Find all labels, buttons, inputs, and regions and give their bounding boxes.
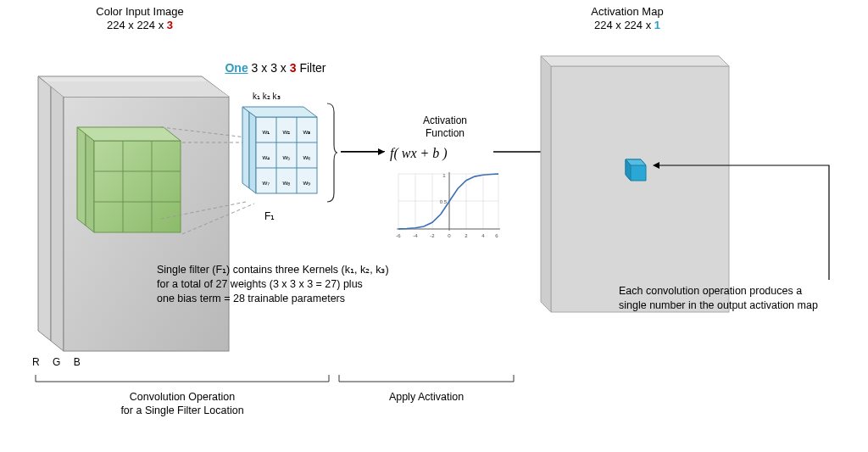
w7: w₇: [263, 179, 270, 187]
channel-g: G: [53, 356, 65, 368]
output-dims-prefix: 224 x 224 x: [594, 19, 654, 31]
input-dims-channels: 3: [167, 19, 173, 31]
svg-text:0.5: 0.5: [440, 199, 448, 204]
bracket-stage1: [34, 373, 331, 388]
svg-text:-6: -6: [396, 233, 401, 238]
stage2-label: Apply Activation: [337, 390, 515, 404]
w3: w₃: [303, 128, 311, 136]
activation-formula: f( wx + b ): [390, 146, 448, 161]
input-title-line1: Color Input Image: [96, 5, 183, 18]
input-dims-prefix: 224 x 224 x: [107, 19, 167, 31]
filter-rest-suf: Filter: [297, 61, 326, 75]
filter-name: F₁: [264, 210, 275, 222]
output-caption: Each convolution operation produces a si…: [619, 284, 856, 313]
svg-text:-2: -2: [430, 233, 435, 238]
w1: w₁: [263, 128, 270, 136]
output-dims-channels: 1: [654, 19, 660, 31]
kernel-labels: k₁ k₂ k₃: [253, 92, 281, 101]
weight-labels: w₁ w₂ w₃ w₄ w₅ w₆ w₇ w₈ w₉: [256, 119, 317, 195]
w6: w₆: [303, 153, 311, 161]
input-title: Color Input Image 224 x 224 x 3: [64, 5, 216, 33]
sigmoid-chart: -6-4-2 0246 0.51: [390, 170, 500, 242]
channel-b: B: [74, 356, 86, 368]
arrow-caption-to-pixel: [651, 161, 837, 297]
arrow-to-activation: [341, 151, 385, 152]
stage1-label: Convolution Operation for a Single Filte…: [34, 390, 331, 418]
w9: w₉: [303, 179, 311, 187]
bracket-stage2: [337, 373, 515, 388]
w8: w₈: [283, 179, 291, 187]
activation-label: Activation Function: [398, 114, 492, 140]
filter-desc: Single filter (F₁) contains three Kernel…: [157, 263, 437, 306]
filter-rest-ch: 3: [290, 61, 297, 75]
svg-line-6: [161, 127, 246, 137]
w4: w₄: [263, 153, 270, 161]
svg-rect-16: [390, 170, 500, 242]
svg-line-8: [161, 202, 246, 219]
output-title: Activation Map 224 x 224 x 1: [551, 5, 704, 33]
filter-rest-pre: 3 x 3 x: [248, 61, 290, 75]
w5: w₅: [283, 153, 291, 161]
w2: w₂: [283, 128, 291, 136]
filter-bracket-icon: [326, 102, 337, 204]
output-title-line1: Activation Map: [591, 5, 663, 18]
svg-text:-4: -4: [413, 233, 418, 238]
channel-labels: R G B: [32, 356, 86, 368]
channel-r: R: [32, 356, 45, 368]
